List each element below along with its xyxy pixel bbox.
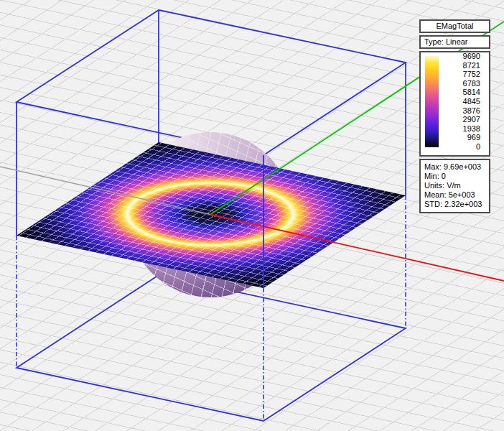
stat-max: Max: 9.69e+003 <box>424 162 486 172</box>
colorbar-label: 7752 <box>439 70 480 78</box>
legend-statistics: Max: 9.69e+003 Min: 0 Units: V/m Mean: 5… <box>419 159 490 213</box>
colorbar-label: 0 <box>439 143 480 151</box>
x-axis-negative-line <box>0 167 210 215</box>
stat-mean: Mean: 5e+003 <box>424 190 486 200</box>
colorbar-label: 6783 <box>439 80 480 88</box>
colorbar-label: 5814 <box>439 88 480 96</box>
colorbar-label: 4845 <box>439 98 480 106</box>
colorbar-label: 3876 <box>439 107 480 115</box>
stat-min: Min: 0 <box>424 172 486 181</box>
colorbar-label: 8721 <box>439 62 480 70</box>
colorbar-label: 2907 <box>439 116 480 124</box>
stat-units: Units: V/m <box>424 181 486 190</box>
colorbar-label: 1938 <box>439 125 480 133</box>
colorbar <box>425 56 439 147</box>
plot-legend[interactable]: EMagTotal Type: Linear 9690 8721 7752 67… <box>419 19 490 216</box>
modeler-3d-viewport[interactable]: EMagTotal Type: Linear 9690 8721 7752 67… <box>0 0 504 431</box>
x-axis-line <box>210 215 504 282</box>
legend-color-scale: 9690 8721 7752 6783 5814 4845 3876 2907 … <box>419 51 490 157</box>
legend-scale-type: Type: Linear <box>419 35 490 49</box>
legend-title: EMagTotal <box>419 19 490 33</box>
colorbar-labels: 9690 8721 7752 6783 5814 4845 3876 2907 … <box>439 52 487 151</box>
colorbar-label: 9690 <box>439 52 480 60</box>
stat-std: STD: 2.32e+003 <box>424 200 486 209</box>
colorbar-label: 969 <box>439 134 480 142</box>
